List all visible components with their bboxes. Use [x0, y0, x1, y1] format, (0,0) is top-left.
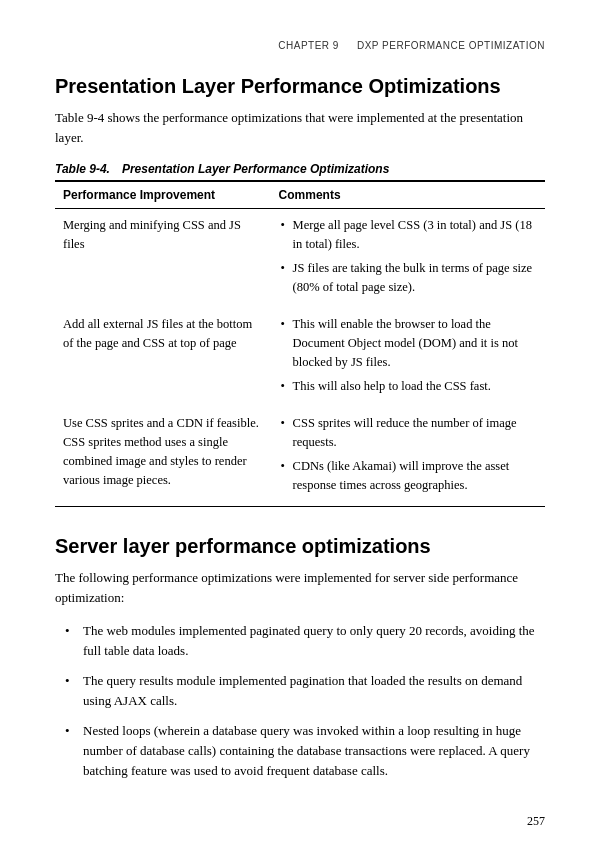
- table-row: Use CSS sprites and a CDN if feasible. C…: [55, 407, 545, 507]
- section1-intro: Table 9-4 shows the performance optimiza…: [55, 108, 545, 148]
- row2-bullet-list: This will enable the browser to load the…: [279, 315, 537, 395]
- performance-table: Performance Improvement Comments Merging…: [55, 180, 545, 507]
- row1-improvement: Merging and minifying CSS and JS files: [55, 209, 271, 309]
- col-header-comments: Comments: [271, 181, 545, 209]
- row2-improvement: Add all external JS files at the bottom …: [55, 308, 271, 407]
- row3-bullet-1: CSS sprites will reduce the number of im…: [279, 414, 537, 452]
- section1-title: Presentation Layer Performance Optimizat…: [55, 75, 545, 98]
- table-row: Merging and minifying CSS and JS files M…: [55, 209, 545, 309]
- header-text: CHAPTER 9 DXP PERFORMANCE OPTIMIZATION: [278, 40, 545, 51]
- row2-comments: This will enable the browser to load the…: [271, 308, 545, 407]
- row1-comments: Merge all page level CSS (3 in total) an…: [271, 209, 545, 309]
- table-row: Add all external JS files at the bottom …: [55, 308, 545, 407]
- chapter-title: DXP PERFORMANCE OPTIMIZATION: [357, 40, 545, 51]
- row3-bullet-2: CDNs (like Akamai) will improve the asse…: [279, 457, 537, 495]
- row3-improvement: Use CSS sprites and a CDN if feasible. C…: [55, 407, 271, 507]
- table-body: Merging and minifying CSS and JS files M…: [55, 209, 545, 507]
- table-caption: Table 9-4. Presentation Layer Performanc…: [55, 162, 545, 180]
- section2-bullet-list: The web modules implemented paginated qu…: [65, 621, 545, 782]
- section2-intro: The following performance optimizations …: [55, 568, 545, 608]
- row3-bullet-list: CSS sprites will reduce the number of im…: [279, 414, 537, 494]
- table-header-row: Performance Improvement Comments: [55, 181, 545, 209]
- row2-bullet-1: This will enable the browser to load the…: [279, 315, 537, 371]
- row2-bullet-2: This will also help to load the CSS fast…: [279, 377, 537, 396]
- chapter-label: CHAPTER 9: [278, 40, 339, 51]
- page-number: 257: [527, 814, 545, 829]
- row1-bullet-list: Merge all page level CSS (3 in total) an…: [279, 216, 537, 296]
- section2-bullet-2: The query results module implemented pag…: [65, 671, 545, 711]
- col-header-improvement: Performance Improvement: [55, 181, 271, 209]
- section2-bullet-1: The web modules implemented paginated qu…: [65, 621, 545, 661]
- page: CHAPTER 9 DXP PERFORMANCE OPTIMIZATION P…: [0, 0, 600, 852]
- table-header: Performance Improvement Comments: [55, 181, 545, 209]
- section2-title: Server layer performance optimizations: [55, 535, 545, 558]
- row3-comments: CSS sprites will reduce the number of im…: [271, 407, 545, 507]
- row1-bullet-2: JS files are taking the bulk in terms of…: [279, 259, 537, 297]
- row1-bullet-1: Merge all page level CSS (3 in total) an…: [279, 216, 537, 254]
- page-header: CHAPTER 9 DXP PERFORMANCE OPTIMIZATION: [55, 40, 545, 51]
- section2-bullet-3: Nested loops (wherein a database query w…: [65, 721, 545, 781]
